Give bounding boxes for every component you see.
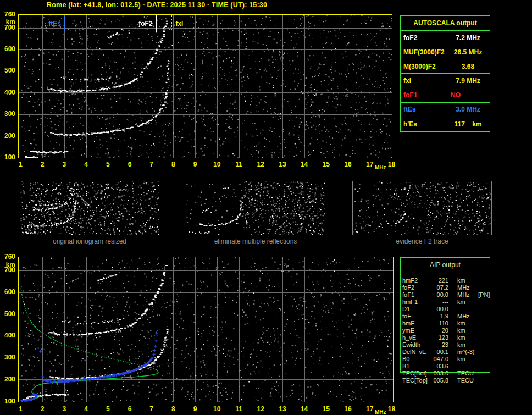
x-tick-label: 5 xyxy=(102,161,113,168)
y-tick-label: 500 xyxy=(0,67,16,74)
autoscala-row-value: 3.68 xyxy=(446,59,490,73)
autoscala-row-value: 3.0 MHz xyxy=(446,103,490,117)
x-tick-label: 9 xyxy=(190,405,201,413)
y-tick-label: 300 xyxy=(0,353,16,361)
aip-label: D1 xyxy=(400,306,431,313)
aip-row-foe: foE1.9MHz xyxy=(400,313,505,320)
aip-value: --- xyxy=(431,298,448,306)
aip-row-hmf1: hmF1---km xyxy=(400,298,505,306)
autoscala-row-fxi: fxI7.9 MHz xyxy=(401,74,490,88)
autoscala-row-value: 117 km xyxy=(446,117,490,131)
x-tick-label: 15 xyxy=(320,405,331,413)
thumbnail-original-ionogram xyxy=(20,181,159,235)
page-title: Rome (lat: +41.8, lon: 012.5) - DATE: 20… xyxy=(47,1,267,9)
aip-label: TEC[Top] xyxy=(400,377,431,384)
x-tick-label: 2 xyxy=(37,405,48,413)
aip-unit xyxy=(457,306,478,313)
autoscala-row-m3000f2: M(3000)F23.68 xyxy=(401,59,490,74)
x-tick-label: 5 xyxy=(102,405,113,413)
thumbnail-evidence-f2 xyxy=(352,181,492,235)
aip-unit: km xyxy=(457,298,478,306)
ftes-marker-label: ftEs xyxy=(48,20,61,27)
aip-unit: km xyxy=(457,341,478,348)
x-tick-label: 11 xyxy=(234,405,245,413)
aip-label: foF1 xyxy=(400,291,431,298)
y-tick-label: 400 xyxy=(0,331,16,339)
x-tick-label: 18 xyxy=(386,405,397,413)
aip-value: 00.0 xyxy=(431,291,448,298)
x-tick-label: 12 xyxy=(255,161,266,168)
y-tick-label: 760 xyxy=(0,253,16,261)
x-tick-label: 13 xyxy=(277,161,288,168)
bottom-x-axis-unit: MHz xyxy=(375,409,386,415)
x-tick-label: 2 xyxy=(37,161,48,168)
y-tick-label: 760 xyxy=(0,10,16,18)
aip-label: foF2 xyxy=(400,284,431,291)
x-tick-label: 8 xyxy=(168,405,179,413)
aip-extra xyxy=(478,363,505,370)
aip-label: h_vE xyxy=(400,334,431,341)
aip-extra: [PN] xyxy=(478,291,505,298)
x-tick-label: 4 xyxy=(81,405,92,413)
thumbnail-caption-original: original ionogram resized xyxy=(20,237,159,245)
aip-extra xyxy=(478,277,505,284)
aip-row-b1: B103.6 xyxy=(400,363,505,370)
top-ionogram-canvas xyxy=(19,15,392,158)
x-tick-label: 16 xyxy=(342,161,353,168)
aip-unit: km xyxy=(457,320,478,327)
y-tick-label: 600 xyxy=(0,288,16,296)
autoscala-row-label: fxI xyxy=(401,74,446,87)
top-y-axis-unit: km xyxy=(0,18,15,26)
x-tick-label: 10 xyxy=(212,161,223,168)
aip-row-tectop: TEC[Top]005.8TECU xyxy=(400,377,505,384)
aip-row-d1: D100.0 xyxy=(400,306,505,313)
aip-unit: km xyxy=(457,327,478,334)
aip-unit: MHz xyxy=(457,291,478,298)
aip-extra xyxy=(478,284,505,291)
aip-row-fof2: foF207.2MHz xyxy=(400,284,505,291)
aip-unit: TECU xyxy=(457,370,478,377)
bottom-y-axis-unit: km xyxy=(0,261,15,269)
aip-unit: km xyxy=(457,334,478,341)
x-tick-label: 14 xyxy=(299,405,310,413)
y-tick-label: 300 xyxy=(0,110,16,118)
thumbnail-caption-eliminate: eliminate multiple reflections xyxy=(186,237,325,245)
x-tick-label: 1 xyxy=(15,161,26,168)
aip-label: B1 xyxy=(400,363,431,370)
autoscala-row-fof1: foF1NO xyxy=(401,88,490,103)
aip-unit: km xyxy=(457,356,478,363)
y-tick-label: 200 xyxy=(0,132,16,140)
aip-output-table: hmF2221kmfoF207.2MHzfoF100.0MHz[PN]hmF1-… xyxy=(400,277,505,384)
aip-row-tecbot: TEC[Bot]003.0TECU xyxy=(400,370,505,377)
y-tick-label: 400 xyxy=(0,88,16,96)
autoscala-row-value: 7.2 MHz xyxy=(446,31,490,45)
aip-row-b0: B0047.0km xyxy=(400,356,505,363)
fxi-marker-line xyxy=(171,15,172,30)
aip-value: 00.0 xyxy=(431,306,448,313)
aip-value: 123 xyxy=(431,334,448,341)
fof2-marker-line xyxy=(156,15,157,32)
x-tick-label: 3 xyxy=(59,405,70,413)
aip-label: hmF1 xyxy=(400,298,431,306)
x-tick-label: 12 xyxy=(255,405,266,413)
thumbnail-eliminate-canvas xyxy=(186,181,325,235)
y-tick-label: 200 xyxy=(0,375,16,383)
thumbnail-eliminate-reflections xyxy=(186,181,325,235)
aip-row-ewidth: Ewidth23km xyxy=(400,341,505,348)
bottom-ionogram-canvas xyxy=(19,257,393,402)
y-tick-label: 600 xyxy=(0,45,16,53)
x-tick-label: 13 xyxy=(277,405,288,413)
aip-row-hme: hmE110km xyxy=(400,320,505,327)
x-tick-label: 1 xyxy=(15,405,26,413)
aip-extra xyxy=(478,313,505,320)
autoscala-row-fof2: foF27.2 MHz xyxy=(401,31,490,45)
autoscala-row-label: foF1 xyxy=(401,88,446,102)
y-tick-label: 100 xyxy=(0,397,16,405)
fxi-marker-label: fxI xyxy=(175,20,183,27)
autoscala-row-value: NO xyxy=(446,88,490,102)
bottom-ionogram-plot xyxy=(18,257,394,402)
top-ionogram-plot: ftEsfoF2fxI xyxy=(18,14,392,158)
aip-row-delnve: DelN_vE00.1m^(-3) xyxy=(400,348,505,356)
x-tick-label: 17 xyxy=(364,405,375,413)
aip-unit: TECU xyxy=(457,377,478,384)
